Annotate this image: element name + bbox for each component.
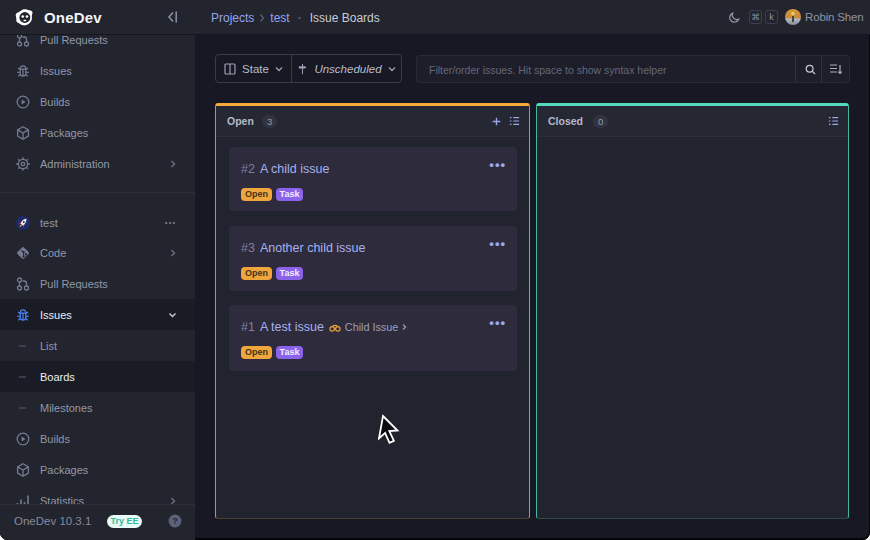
svg-text:?: ? [172,516,178,526]
